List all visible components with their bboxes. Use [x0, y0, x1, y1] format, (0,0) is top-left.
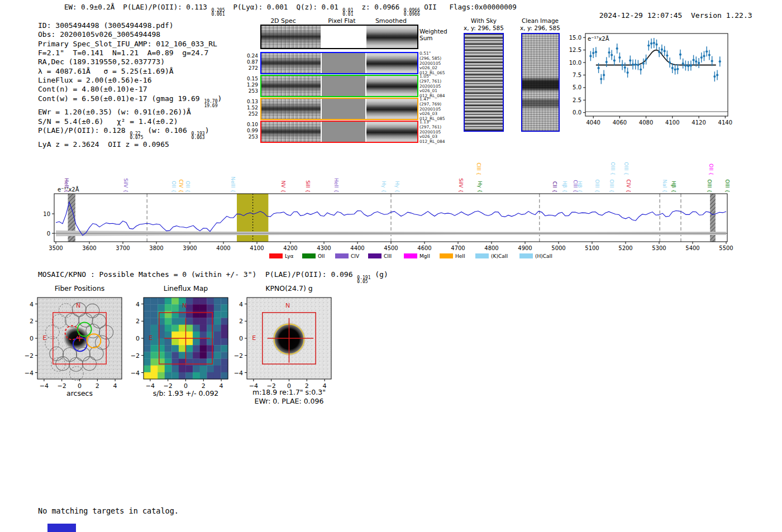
full-spectrum-plot: 3500360037003800390040004100420043004400… — [34, 146, 760, 261]
svg-text:OII {: OII { — [708, 164, 714, 175]
svg-text:4000: 4000 — [216, 245, 230, 251]
svg-text:HeII {: HeII { — [333, 178, 339, 193]
info-line: S/N = 5.4(±0.6) χ² = 1.4(±0.2) — [38, 117, 222, 126]
svg-text:−2: −2 — [25, 352, 34, 360]
svg-text:4: 4 — [220, 382, 223, 390]
text-segment: LineFlux = 2.00(±0.56)e-16 — [38, 76, 152, 84]
svg-text:−4: −4 — [25, 370, 34, 377]
info-block: ID: 3005494498 (3005494498.pdf)Obs: 2020… — [38, 21, 222, 149]
svg-text:4500: 4500 — [384, 245, 398, 251]
svg-text:2: 2 — [239, 318, 243, 325]
svg-text:−4: −4 — [234, 370, 243, 377]
row-left-labels: 0.100.99253 — [244, 122, 258, 140]
sb-caption: s/b: 1.93 +/- 0.092 — [153, 389, 219, 397]
info-line: F=2.1" T=0.141 N=1.21 A=0.89 g=24.7 — [38, 49, 222, 57]
info-line: ID: 3005494498 (3005494498.pdf) — [38, 21, 222, 30]
svg-text:E: E — [42, 334, 46, 342]
text-segment: λ = 4087.61Å σ = 5.25(±1.69)Å — [38, 67, 174, 75]
stacked-limits: 0.220.075 — [130, 132, 143, 140]
svg-text:2: 2 — [30, 318, 34, 325]
svg-text:OIII {: OIII { — [724, 179, 730, 193]
svg-text:4: 4 — [30, 301, 34, 308]
svg-text:−4: −4 — [40, 382, 49, 390]
stacked-limits: 0.09660.0966 — [404, 8, 420, 17]
weighted-2dspec-strip — [261, 26, 321, 48]
clean-image-coords: x, y: 296, 585 — [512, 25, 568, 32]
svg-text:KPNO(24.7) g: KPNO(24.7) g — [265, 284, 312, 293]
text-segment: (w: 0.106 — [143, 126, 191, 135]
svg-text:5.0: 5.0 — [573, 84, 581, 90]
svg-text:OII {: OII { — [171, 181, 177, 193]
svg-text:4: 4 — [136, 301, 140, 308]
elixer-report: { "meta": {"datetime": "2024-12-29 12:07… — [0, 0, 782, 532]
stacked-limits: 0.010.01 — [342, 8, 353, 17]
text-segment: Cont(w) = 6.50(±0.01)e-17 (gmag 19.69 — [38, 94, 204, 103]
svg-text:4120: 4120 — [692, 119, 705, 126]
svg-text:5000: 5000 — [551, 245, 565, 251]
svg-text:4300: 4300 — [317, 245, 331, 251]
text-segment: P(Lyα): 0.001 — [225, 3, 297, 11]
footer-line-1: No matching targets in catalog. — [38, 506, 179, 516]
with-sky-coords: x, y: 296, 585 — [456, 25, 512, 32]
svg-text:4: 4 — [239, 301, 243, 308]
text-segment: Obs: 20200105v026_3005494498 — [38, 30, 160, 39]
stacked-limits: 0.1930.063 — [192, 132, 205, 140]
info-line: LineFlux = 2.00(±0.56)e-16 — [38, 76, 222, 85]
text-segment: S/N = 5.4(±0.6) χ² = 1.4(±0.2) — [38, 117, 178, 126]
svg-text:0: 0 — [239, 335, 243, 342]
row-2dspec-strip — [261, 99, 321, 119]
info-line: Primary Spec_Slot_IFU_AMP: 012_106_033_R… — [38, 40, 222, 49]
svg-text:CIV: CIV — [351, 253, 360, 259]
weighted-smoothed-strip — [366, 26, 417, 48]
svg-text:4060: 4060 — [613, 119, 627, 126]
with-sky-panel — [464, 33, 504, 132]
svg-text:4200: 4200 — [283, 245, 297, 251]
emission-line-labels: HeII {SiIV {OII {CIV {OII {NeIII {NV {Si… — [64, 162, 730, 193]
spec2d-row — [260, 52, 418, 74]
text-segment: ) — [205, 126, 209, 135]
text-segment: EWr = 1.20(±0.35) (w: 0.91(±0.26))Å — [38, 108, 191, 116]
svg-text:arcsecs: arcsecs — [66, 389, 93, 397]
svg-text:4400: 4400 — [350, 245, 364, 251]
row-2dspec-strip — [261, 122, 321, 142]
svg-text:5100: 5100 — [585, 245, 599, 251]
row-right-labels: 1.13"(297, 761)20200105v026_03012_RL_084 — [419, 120, 453, 145]
svg-text:−2: −2 — [234, 352, 243, 360]
svg-text:CIII: CIII — [384, 253, 392, 259]
header-gap — [682, 11, 691, 20]
svg-text:Lyα: Lyα — [285, 253, 294, 259]
svg-text:3500: 3500 — [49, 245, 63, 251]
svg-text:2.5: 2.5 — [573, 97, 581, 103]
report-datetime: 2024-12-29 12:07:45 — [599, 11, 683, 20]
svg-text:CIV {: CIV { — [178, 179, 184, 193]
svg-text:3700: 3700 — [116, 245, 130, 251]
svg-text:15.0: 15.0 — [569, 35, 581, 41]
spec2d-row — [260, 98, 418, 120]
svg-text:10.0: 10.0 — [569, 60, 581, 66]
row-smoothed-strip — [366, 53, 417, 73]
svg-text:−2: −2 — [131, 352, 140, 360]
svg-text:OIII {: OIII { — [623, 162, 629, 175]
svg-text:4: 4 — [113, 382, 117, 390]
text-segment: Primary Spec_Slot_IFU_AMP: 012_106_033_R… — [38, 40, 217, 48]
svg-text:NV {: NV { — [280, 181, 286, 193]
fiber-positions-panel: Fiber PositionsNE−4−4−2−2002244arcsecs — [22, 282, 134, 410]
row-left-labels: 0.131.52252 — [244, 99, 258, 117]
zoom-spectrum-plot: 4040406040804100412041400.02.55.07.510.0… — [564, 29, 782, 130]
svg-text:4800: 4800 — [484, 245, 498, 251]
text-segment: Cont(n) = 4.80(±0.10)e-17 — [38, 85, 147, 93]
svg-text:OIII {: OIII { — [609, 179, 614, 193]
row-2dspec-strip — [261, 53, 321, 73]
svg-text:5400: 5400 — [685, 245, 699, 251]
stacked-limits: 0.2050.061 — [211, 8, 225, 17]
stacked-limits: 0.1910.05 — [357, 276, 370, 284]
svg-text:10: 10 — [43, 211, 50, 217]
info-line: P(LAE)/P(OII): 0.128 0.220.075 (w: 0.106… — [38, 126, 222, 140]
svg-text:NeIII {: NeIII { — [230, 176, 236, 193]
plae-caption: EWr: 0. PLAE: 0.096 — [255, 397, 324, 405]
svg-text:0: 0 — [30, 335, 34, 342]
svg-text:−4: −4 — [131, 370, 140, 377]
svg-text:4900: 4900 — [518, 245, 532, 251]
clean-image-panel — [521, 33, 560, 132]
stacked-limits: 19.7019.69 — [204, 99, 217, 108]
